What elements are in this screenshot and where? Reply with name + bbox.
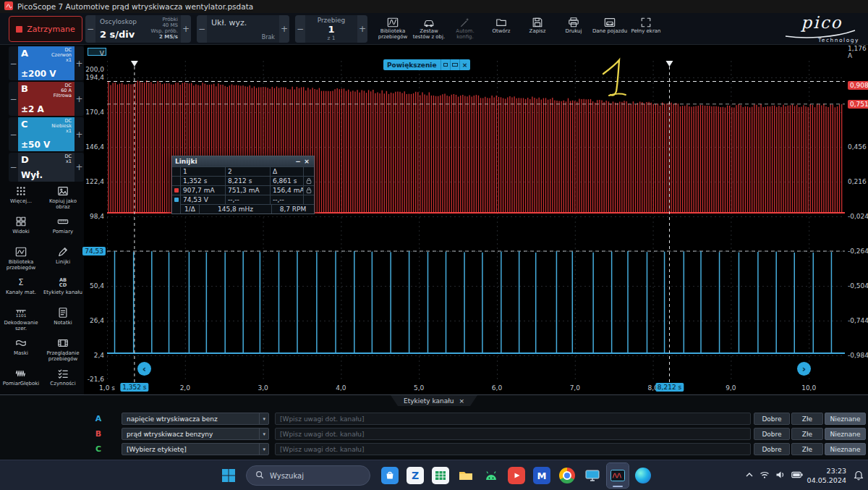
taskbar-app-spreadsheet[interactable]	[430, 463, 451, 488]
waveform-next-button[interactable]: +	[357, 15, 367, 43]
taskbar-app-picoscope[interactable]	[607, 463, 629, 488]
ruler-lock-icon[interactable]	[303, 177, 313, 185]
sidebar-item-math-channels[interactable]: ΣKanały mat.	[0, 274, 42, 304]
sidebar-item-masks[interactable]: Maski	[0, 334, 42, 365]
rulers-minimize-button[interactable]: −	[294, 158, 302, 165]
channel-b-good-button[interactable]: Dobre	[754, 428, 790, 440]
taskbar-app-android[interactable]	[480, 463, 502, 488]
rulers-close-button[interactable]: ×	[302, 158, 311, 165]
channel-d-range-increase-button[interactable]: +	[75, 153, 84, 182]
wifi-icon[interactable]	[760, 470, 770, 479]
sidebar-item-notes[interactable]: Notatki	[42, 304, 84, 334]
zoom-window-icon[interactable]	[441, 59, 450, 70]
voltage-ruler-badge[interactable]: 74,53	[82, 247, 106, 255]
channel-a-range-decrease-button[interactable]: −	[9, 46, 18, 80]
channel-labels-tab[interactable]: Etykiety kanału ×	[391, 395, 477, 406]
channel-c-good-button[interactable]: Dobre	[754, 443, 790, 455]
taskbar-app-media-red[interactable]	[506, 463, 527, 488]
tab-close-icon[interactable]: ×	[459, 397, 465, 405]
channel-c-notes-input[interactable]	[275, 443, 751, 455]
sidebar-item-channel-labels[interactable]: ABCDEtykiety kanału	[42, 274, 84, 304]
channel-c-range-decrease-button[interactable]: −	[9, 117, 18, 151]
zoom-close-button[interactable]: ×	[459, 59, 470, 70]
stop-button[interactable]: Zatrzymane	[9, 16, 82, 42]
guided-tests-button[interactable]: Zestaw testów z obj.	[411, 14, 447, 44]
taskbar-app-file-explorer[interactable]	[455, 463, 477, 488]
taskbar-app-chrome[interactable]	[556, 463, 578, 488]
volume-icon[interactable]	[775, 470, 786, 479]
rulers-header-spacer	[172, 167, 180, 176]
channel-b-settings[interactable]: BDC60 AFiltrowa±2 A	[18, 82, 75, 116]
sampling-column: Próbki 40 MS Wsp. prób. 2 MS/s	[148, 15, 181, 43]
sidebar-item-serial-decoding[interactable]: 1101Dekodowanie szer.	[0, 304, 42, 334]
sidebar-item-rulers[interactable]: Linijki	[42, 243, 84, 274]
channel-b-range-decrease-button[interactable]: −	[9, 82, 18, 116]
oscilloscope-settings[interactable]: Oscyloskop 2 s/div Próbki 40 MS Wsp. pró…	[95, 15, 181, 43]
sidebar-item-deepmeasure[interactable]: PomiarGłęboki	[0, 365, 42, 394]
sidebar-item-measurements[interactable]: Pomiary	[42, 213, 84, 243]
current-ruler-badge[interactable]: 0,908	[848, 81, 868, 90]
channel-d-range-decrease-button[interactable]: −	[9, 153, 18, 182]
current-ruler-badge[interactable]: 0,751	[848, 100, 868, 109]
taskbar-app-m-app[interactable]: M	[531, 463, 553, 488]
channel-b-range-increase-button[interactable]: +	[75, 82, 84, 116]
channel-c-range-increase-button[interactable]: +	[75, 117, 84, 151]
taskbar-search[interactable]: Wyszukaj	[246, 465, 370, 486]
trigger-settings[interactable]: Ukł. wyz. Brak	[207, 15, 279, 43]
sidebar-item-waveform-browse[interactable]: Przeglądanie przebiegów	[42, 334, 84, 365]
rulers-panel[interactable]: Linijki − × 12Δ1,352 s8,212 s6,861 s907,…	[171, 156, 315, 214]
start-button[interactable]	[221, 468, 236, 486]
channel-a-good-button[interactable]: Dobre	[754, 413, 790, 425]
channel-b-unknown-button[interactable]: Nieznane	[825, 428, 866, 440]
zoom-full-icon[interactable]	[450, 59, 459, 70]
fullscreen-button[interactable]: Pełny ekran	[628, 14, 664, 44]
chevron-up-icon[interactable]	[745, 471, 754, 478]
channel-b-label-select[interactable]: prąd wtryskiwacz benzyny▾	[122, 428, 269, 440]
taskbar-app-display[interactable]	[582, 463, 603, 488]
waveform-prev-button[interactable]: −	[295, 15, 305, 43]
battery-icon[interactable]	[791, 471, 803, 478]
time-ruler-badge[interactable]: 1,352 s	[120, 383, 148, 392]
taskbar-app-edge[interactable]	[632, 463, 654, 488]
channel-d-settings[interactable]: DDCx1Wył.	[18, 153, 75, 182]
vehicle-data-button[interactable]: Dane pojazdu	[592, 14, 628, 44]
channel-b-bad-button[interactable]: Złe	[791, 428, 823, 440]
sidebar-item-views[interactable]: Widoki	[0, 213, 42, 243]
waveform-library-button[interactable]: Biblioteka przebiegów	[375, 14, 411, 44]
ruler-lock-icon[interactable]	[303, 186, 313, 195]
timebase-increase-button[interactable]: +	[181, 15, 191, 43]
channel-c-settings[interactable]: CDCNiebieskx1±50 V	[18, 117, 75, 151]
taskbar-app-store[interactable]	[379, 463, 401, 488]
channel-c-bad-button[interactable]: Złe	[791, 443, 823, 455]
sidebar-item-waveform-library[interactable]: Biblioteka przebiegów	[0, 243, 42, 274]
channel-c-unknown-button[interactable]: Nieznane	[825, 443, 866, 455]
channel-b-notes-input[interactable]	[275, 428, 751, 440]
taskbar-app-z-app[interactable]: Z	[404, 463, 426, 488]
channel-a-bad-button[interactable]: Złe	[791, 413, 823, 425]
pan-right-button[interactable]: ›	[797, 362, 811, 376]
channel-a-label-select[interactable]: napięcie wtryskiwacza benz▾	[122, 413, 269, 425]
channel-c-label-select[interactable]: [Wybierz etykietę]▾	[122, 443, 269, 455]
time-ruler-badge[interactable]: 8,212 s	[655, 383, 684, 392]
channel-a-notes-input[interactable]	[275, 413, 751, 425]
timebase-decrease-button[interactable]: −	[85, 15, 95, 43]
print-button[interactable]: Drukuj	[556, 14, 592, 44]
trigger-minus-button[interactable]: −	[197, 15, 207, 43]
waveform-settings[interactable]: Przebieg 1 z 1	[305, 15, 357, 43]
notification-bell-icon[interactable]	[854, 470, 864, 483]
taskbar-clock[interactable]: 23:23 04.05.2024	[804, 466, 846, 485]
sidebar-item-actions[interactable]: Czynności	[42, 365, 84, 394]
rulers-panel-titlebar[interactable]: Linijki − ×	[172, 156, 314, 166]
auto-setup-button[interactable]: Autom. konfig.	[447, 14, 483, 44]
sidebar-item-more[interactable]: Więcej...	[0, 182, 42, 213]
channel-a-settings[interactable]: ADCCzerwonx1±200 V	[18, 46, 75, 80]
trigger-plus-button[interactable]: +	[279, 15, 289, 43]
channel-a-unknown-button[interactable]: Nieznane	[825, 413, 866, 425]
sidebar-item-copy-as-image[interactable]: Kopiuj jako obraz	[42, 182, 84, 213]
checklist-icon	[57, 367, 69, 379]
sidebar-item-label: Etykiety kanału	[43, 290, 82, 295]
channel-a-range-increase-button[interactable]: +	[75, 46, 84, 80]
open-button[interactable]: Otwórz	[483, 14, 519, 44]
pan-left-button[interactable]: ‹	[137, 362, 151, 376]
save-button[interactable]: Zapisz	[519, 14, 556, 44]
